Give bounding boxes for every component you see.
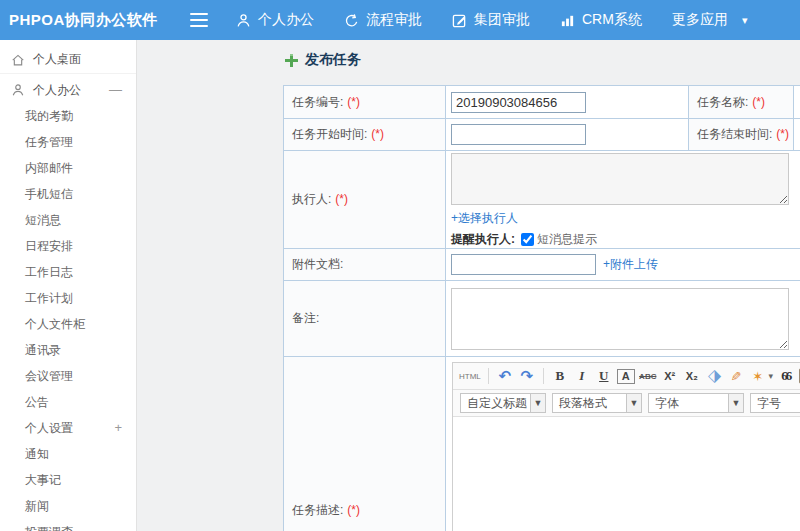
main-content: 发布任务 任务编号:(*) 任务名称:(*) 任务开始时间:(*) 任务结束时间… [138,40,800,531]
sidebar-item-announcement[interactable]: 公告 [0,389,136,415]
required-mark: (*) [371,127,384,141]
sidebar: 个人桌面个人办公—我的考勤任务管理内部邮件手机短信短消息日程安排工作日志工作计划… [0,40,137,531]
end-time-label: 任务结束时间: [697,127,772,141]
sidebar-item-label: 工作日志 [25,264,73,281]
editor-content[interactable] [453,417,800,531]
editor-toolbar-row1: HTML↶↷BIUAABCX²X₂◪✎✶▾66TA▾ [453,363,800,390]
sidebar-item-label: 个人文件柜 [25,316,85,333]
sidebar-item-label: 内部邮件 [25,160,73,177]
sms-remind-checkbox[interactable] [521,233,534,246]
superscript-button[interactable]: X² [661,366,679,386]
sidebar-item-label: 手机短信 [25,186,73,203]
approval-icon [344,13,359,28]
select-value: 段落格式 [553,395,626,412]
collapse-icon[interactable]: — [109,77,122,103]
start-time-input[interactable] [451,124,586,145]
font-size-select[interactable]: 字号▼ [750,393,800,413]
subscript-button[interactable]: X₂ [683,366,701,386]
sidebar-item-news[interactable]: 新闻 [0,493,136,519]
nav-item-workflow-approval[interactable]: 流程审批 [344,11,422,29]
redo-button[interactable]: ↷ [518,366,536,386]
menu-toggle-icon[interactable] [190,13,208,27]
select-value: 字体 [649,395,728,412]
strikethrough-button[interactable]: ABC [639,366,657,386]
sidebar-item-label: 我的考勤 [25,108,73,125]
chevron-down-icon[interactable]: ▼ [626,394,641,412]
font-box-button[interactable]: A [617,369,635,384]
person-icon [236,13,251,28]
remark-textarea[interactable] [451,288,789,350]
required-mark: (*) [752,95,765,109]
remark-label: 备注: [292,311,319,325]
chevron-down-icon[interactable]: ▼ [530,394,545,412]
executor-label: 执行人: [292,192,331,206]
select-value: 字号 [751,395,800,412]
table-row: 任务描述:(*) HTML↶↷BIUAABCX²X₂◪✎✶▾66TA▾ 自定义标… [284,357,800,531]
home-icon [11,53,25,67]
paragraph-format-select[interactable]: 段落格式▼ [552,393,642,413]
chart-icon [560,13,575,28]
brush-button[interactable]: ✎ [727,366,745,386]
choose-executor-link[interactable]: +选择执行人 [451,211,518,225]
nav-item-group-approval[interactable]: 集团审批 [452,11,530,29]
sidebar-item-my-attendance[interactable]: 我的考勤 [0,103,136,129]
font-family-select[interactable]: 字体▼ [648,393,744,413]
description-label: 任务描述: [292,503,343,517]
sidebar-item-work-plan[interactable]: 工作计划 [0,285,136,311]
html-source-button[interactable]: HTML [459,366,481,386]
underline-button[interactable]: U [595,366,613,386]
undo-button[interactable]: ↶ [496,366,514,386]
task-no-label: 任务编号: [292,95,343,109]
blockquote-button[interactable]: 66 [777,366,795,386]
topbar: PHPOA协同办公软件 个人办公流程审批集团审批CRM系统更多应用▾ [0,0,800,40]
sidebar-item-label: 会议管理 [25,368,73,385]
task-name-label: 任务名称: [697,95,748,109]
user-icon [11,83,25,97]
sidebar-item-personal-office[interactable]: 个人办公— [0,77,136,103]
table-row: 执行人:(*) +选择执行人 提醒执行人: 短消息提示 [284,151,800,249]
sidebar-item-major-events[interactable]: 大事记 [0,467,136,493]
sidebar-item-survey[interactable]: 投票调查 [0,519,136,531]
custom-title-select[interactable]: 自定义标题▼ [460,393,546,413]
toolbar-separator [488,368,489,384]
italic-button[interactable]: I [573,366,591,386]
chevron-down-icon[interactable]: ▾ [742,14,748,27]
sidebar-item-short-message[interactable]: 短消息 [0,207,136,233]
required-mark: (*) [347,95,360,109]
nav-item-label: 流程审批 [366,11,422,29]
sidebar-item-personal-settings[interactable]: 个人设置+ [0,415,136,441]
sidebar-item-personal-desktop[interactable]: 个人桌面 [0,46,136,74]
sidebar-item-internal-mail[interactable]: 内部邮件 [0,155,136,181]
nav-item-label: 个人办公 [258,11,314,29]
attachment-label: 附件文档: [292,257,343,271]
nav-item-personal-office[interactable]: 个人办公 [236,11,314,29]
page-title-text: 发布任务 [305,51,361,69]
nav-item-crm-system[interactable]: CRM系统 [560,11,642,29]
editor-toolbar-row2: 自定义标题▼段落格式▼字体▼字号▼≡≡≡≡ [453,390,800,417]
expand-icon[interactable]: + [114,415,122,441]
wand-caret-icon[interactable]: ▾ [767,366,775,386]
select-value: 自定义标题 [461,395,530,412]
sidebar-item-work-log[interactable]: 工作日志 [0,259,136,285]
chevron-down-icon[interactable]: ▼ [728,394,743,412]
sidebar-item-contacts[interactable]: 通讯录 [0,337,136,363]
sidebar-item-label: 个人桌面 [33,51,81,68]
nav-item-more-apps[interactable]: 更多应用▾ [672,11,748,29]
add-task-icon [285,54,298,67]
wand-button[interactable]: ✶ [749,366,767,386]
page-title: 发布任务 [285,51,361,69]
executor-textarea[interactable] [451,153,789,205]
task-no-input[interactable] [451,92,586,113]
sidebar-item-notification[interactable]: 通知 [0,441,136,467]
sidebar-item-task-management[interactable]: 任务管理 [0,129,136,155]
app-window: PHPOA协同办公软件 个人办公流程审批集团审批CRM系统更多应用▾ 个人桌面个… [0,0,800,531]
sidebar-item-meeting-management[interactable]: 会议管理 [0,363,136,389]
bold-button[interactable]: B [551,366,569,386]
attachment-upload-link[interactable]: +附件上传 [603,256,658,273]
sidebar-item-label: 任务管理 [25,134,73,151]
sidebar-item-personal-file-cabinet[interactable]: 个人文件柜 [0,311,136,337]
sidebar-item-schedule[interactable]: 日程安排 [0,233,136,259]
attachment-input[interactable] [451,254,596,275]
eraser-button[interactable]: ◪ [700,363,727,389]
sidebar-item-mobile-sms[interactable]: 手机短信 [0,181,136,207]
